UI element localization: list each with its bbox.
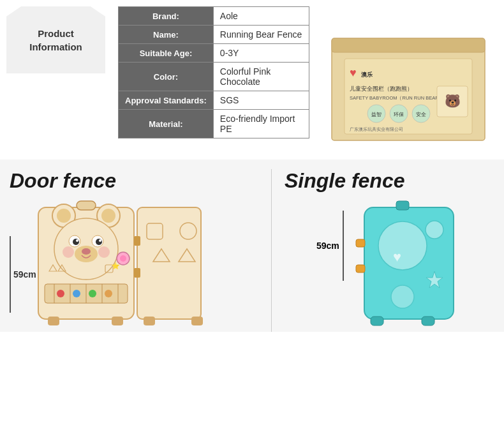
svg-text:♥: ♥ <box>393 249 401 265</box>
svg-point-25 <box>96 239 102 245</box>
svg-text:SAFETY BABYROOM（RUN RUN BEAR）: SAFETY BABYROOM（RUN RUN BEAR） <box>350 95 444 101</box>
door-fence-image-area: 59cm <box>10 198 265 332</box>
svg-rect-69 <box>356 265 365 273</box>
table-value: SGS <box>213 91 309 110</box>
table-value: 0-3Y <box>213 44 309 63</box>
svg-rect-49 <box>137 207 201 319</box>
table-label: Brand: <box>119 7 214 26</box>
table-value: Aole <box>213 7 309 26</box>
svg-point-26 <box>76 239 78 242</box>
svg-point-39 <box>73 290 80 297</box>
svg-rect-59 <box>191 317 203 325</box>
single-fence-dim: 59cm <box>316 211 344 281</box>
info-table-wrap: Brand:AoleName:Running Bear FenceSuitabl… <box>118 6 309 138</box>
svg-text:环保: 环保 <box>394 112 404 117</box>
svg-rect-42 <box>77 201 96 210</box>
svg-rect-65 <box>396 201 409 210</box>
product-info-table: Brand:AoleName:Running Bear FenceSuitabl… <box>118 6 309 138</box>
svg-point-61 <box>378 221 427 270</box>
svg-text:澳乐: 澳乐 <box>361 71 373 78</box>
table-row: Name:Running Bear Fence <box>119 26 309 44</box>
table-label: Material: <box>119 110 214 138</box>
door-fence-title: Door fence <box>10 169 265 193</box>
door-fence-panel: Door fence 59cm <box>10 169 272 332</box>
svg-rect-54 <box>134 236 140 246</box>
table-row: Approval Standards:SGS <box>119 91 309 110</box>
svg-point-31 <box>98 246 110 258</box>
product-info-label: Product Information <box>29 27 82 54</box>
product-box-image: ♥ 澳乐 儿童安全围栏（跑跑熊） SAFETY BABYROOM（RUN RUN… <box>322 13 494 153</box>
bottom-section: Door fence 59cm <box>0 160 504 332</box>
svg-point-20 <box>101 209 115 223</box>
svg-text:♥: ♥ <box>350 66 357 79</box>
svg-point-48 <box>120 255 126 262</box>
svg-rect-57 <box>112 317 123 325</box>
table-label: Approval Standards: <box>119 91 214 110</box>
table-row: Color:Colorful Pink Chocolate <box>119 63 309 91</box>
svg-text:儿童安全围栏（跑跑熊）: 儿童安全围栏（跑跑熊） <box>350 86 413 92</box>
svg-point-27 <box>99 239 101 242</box>
svg-rect-58 <box>144 317 155 325</box>
product-info-badge: Product Information <box>6 6 105 73</box>
table-row: Material:Eco-friendly Import PE <box>119 110 309 138</box>
svg-point-19 <box>57 209 71 223</box>
table-row: Suitable Age:0-3Y <box>119 44 309 63</box>
svg-rect-56 <box>48 317 59 325</box>
table-row: Brand:Aole <box>119 7 309 26</box>
svg-point-40 <box>89 290 96 297</box>
svg-text:🐻: 🐻 <box>445 93 461 108</box>
svg-rect-55 <box>134 268 140 278</box>
svg-point-38 <box>57 290 64 297</box>
svg-text:益智: 益智 <box>371 112 382 117</box>
svg-text:广东澳乐玩具实业有限公司: 广东澳乐玩具实业有限公司 <box>350 127 403 132</box>
svg-rect-67 <box>422 317 434 325</box>
svg-point-64 <box>391 285 414 308</box>
table-value: Colorful Pink Chocolate <box>213 63 309 91</box>
single-fence-panel: Single fence 59cm <box>272 169 494 332</box>
svg-rect-68 <box>356 239 365 247</box>
single-fence-image-area: 59cm <box>285 198 494 332</box>
svg-rect-1 <box>332 38 485 52</box>
table-label: Name: <box>119 26 214 44</box>
svg-rect-66 <box>371 317 383 325</box>
table-label: Suitable Age: <box>119 44 214 63</box>
top-section: Product Information Brand:AoleName:Runni… <box>0 0 504 160</box>
svg-point-41 <box>105 290 112 297</box>
svg-point-62 <box>426 221 443 239</box>
table-label: Color: <box>119 63 214 91</box>
table-value: Eco-friendly Import PE <box>213 110 309 138</box>
svg-point-24 <box>73 239 79 245</box>
svg-point-29 <box>82 248 91 255</box>
svg-point-30 <box>63 246 74 258</box>
table-value: Running Bear Fence <box>213 26 309 44</box>
single-fence-title: Single fence <box>285 169 494 193</box>
door-fence-dim-label: 59cm <box>10 236 36 313</box>
svg-text:安全: 安全 <box>416 112 426 117</box>
